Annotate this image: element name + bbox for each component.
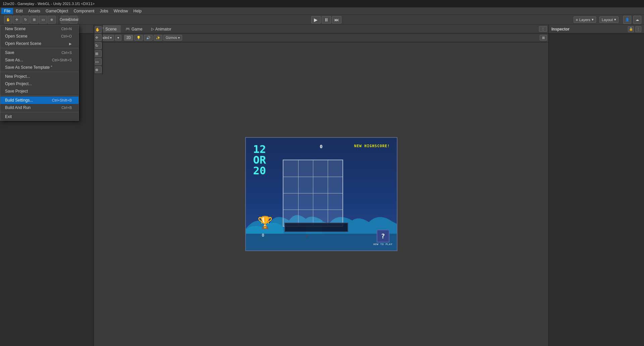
grid-v-2 (313, 160, 313, 226)
menu-build-run[interactable]: Build And Run Ctrl+B (0, 104, 78, 111)
grid-btn[interactable]: ⊞ (540, 35, 547, 41)
title-bar: 12or20 - Gameplay - WebGL - Unity 2021.3… (0, 0, 644, 7)
center-panel: 🎬 Scene 🎮 Game ▷ Animator ⋮ Shaded ▾ ▾ 2 (94, 25, 548, 346)
separator-4 (0, 112, 78, 112)
separator-2 (0, 72, 78, 72)
scene-options-btn[interactable]: ⋮ (539, 26, 547, 32)
inspector-lock-btn[interactable]: 🔒 (628, 26, 634, 32)
layers-label: Layers (579, 18, 590, 22)
grid-v-3 (328, 160, 328, 226)
game-preview: 12OR20 0 NEW HIGHSCORE! (245, 137, 397, 251)
score-display: 0 (320, 144, 322, 149)
menu-save-project[interactable]: Save Project (0, 88, 78, 95)
question-box: ? (377, 230, 389, 242)
game-grid (283, 160, 343, 227)
lighting-btn[interactable]: 💡 (134, 35, 143, 41)
account-btn[interactable]: 👤 (623, 16, 631, 24)
highscore-text: NEW HIGHSCORE! (354, 144, 390, 148)
game-title: 12OR20 (253, 144, 266, 176)
layers-chevron: ▾ (592, 17, 594, 22)
inspector-header: Inspector 🔒 ⋮ (549, 25, 644, 34)
input-bar (284, 223, 348, 232)
tab-scene-label: Scene (105, 27, 117, 32)
gizmos-btn[interactable]: Gizmos ▾ (163, 35, 182, 41)
grid-v-1 (298, 160, 299, 226)
menu-new-scene[interactable]: New Scene Ctrl+N (0, 25, 78, 33)
menu-open-project[interactable]: Open Project... (0, 80, 78, 88)
separator-3 (0, 96, 78, 96)
rect-gizmo[interactable]: ▭ (95, 58, 102, 65)
move-tool[interactable]: ✛ (13, 16, 21, 24)
how-to-play-text: HOW TO PLAY (373, 243, 392, 246)
inspector-panel: Inspector 🔒 ⋮ (548, 25, 644, 346)
menu-save-as[interactable]: Save As... Ctrl+Shift+S (0, 56, 78, 64)
menu-assets[interactable]: Assets (25, 8, 43, 14)
menu-window[interactable]: Window (111, 8, 131, 14)
main-area: ☰ New Scene Ctrl+N Open Scene Ctrl+O Ope… (0, 25, 644, 346)
pivot-tools: Center Global (59, 16, 79, 24)
menu-help[interactable]: Help (131, 8, 145, 14)
tab-animator-label: Animator (155, 27, 171, 32)
menu-component[interactable]: Component (71, 8, 97, 14)
menu-jobs[interactable]: Jobs (97, 8, 111, 14)
all-gizmo[interactable]: ⊕ (95, 66, 102, 73)
scale-tool[interactable]: ⊞ (30, 16, 38, 24)
menu-new-project[interactable]: New Project... (0, 73, 78, 80)
layout-label: Layout (602, 18, 613, 22)
move-gizmo[interactable]: ✛ (95, 34, 102, 41)
scale-gizmo[interactable]: ⊞ (95, 50, 102, 57)
toolbar: ✋ ✛ ↻ ⊞ ▭ ⊕ Center Global ▶ ⏸ ⏭ ≡ Layers… (0, 15, 644, 25)
animator-tab-icon: ▷ (151, 27, 154, 31)
layers-button[interactable]: ≡ Layers ▾ (574, 16, 596, 23)
gizmo-toolbar: ✋ ✛ ↻ ⊞ ▭ ⊕ (94, 25, 103, 74)
scene-canvas: 12OR20 0 NEW HIGHSCORE! (94, 42, 548, 346)
audio-btn[interactable]: 🔊 (144, 35, 153, 41)
menu-save-as-template[interactable]: Save As Scene Template " (0, 64, 78, 71)
rect-tool[interactable]: ▭ (39, 16, 47, 24)
inspector-menu-btn[interactable]: ⋮ (635, 26, 641, 32)
menu-open-recent[interactable]: Open Recent Scene ▶ (0, 40, 78, 47)
layout-chevron: ▾ (614, 17, 616, 22)
menu-exit[interactable]: Exit (0, 113, 78, 120)
menu-open-scene[interactable]: Open Scene Ctrl+O (0, 33, 78, 40)
rotate-gizmo[interactable]: ↻ (95, 42, 102, 49)
play-button[interactable]: ▶ (311, 16, 321, 23)
pause-button[interactable]: ⏸ (322, 16, 331, 23)
rotate-tool[interactable]: ↻ (21, 16, 30, 24)
bottom-score: 0 (262, 233, 264, 238)
menu-gameobject[interactable]: GameObject (43, 8, 71, 14)
grid-lines (283, 160, 342, 226)
tab-game-label: Game (131, 27, 143, 32)
layout-button[interactable]: Layout ▾ (599, 16, 619, 23)
transform-tool[interactable]: ⊕ (48, 16, 56, 24)
trophy-icon: 🏆 (258, 216, 273, 230)
menu-file[interactable]: File (1, 8, 13, 14)
fx-btn[interactable]: ✨ (154, 35, 162, 41)
menu-edit[interactable]: Edit (13, 8, 25, 14)
scene-toolbar: Shaded ▾ ▾ 2D 💡 🔊 ✨ Gizmos ▾ ⊞ (94, 34, 548, 42)
cloud-btn[interactable]: ☁ (633, 16, 641, 24)
inspector-title: Inspector (551, 27, 570, 32)
hierarchy-panel: ☰ New Scene Ctrl+N Open Scene Ctrl+O Ope… (0, 25, 94, 346)
scene-tools-btn[interactable]: ▾ (115, 35, 121, 41)
menu-save[interactable]: Save Ctrl+S (0, 49, 78, 56)
separator-1 (0, 48, 78, 48)
view-tabs: 🎬 Scene 🎮 Game ▷ Animator ⋮ (94, 25, 548, 34)
tab-animator[interactable]: ▷ Animator (147, 26, 175, 33)
game-tab-icon: 🎮 (125, 27, 130, 31)
transform-tools: ✋ ✛ ↻ ⊞ ▭ ⊕ (3, 16, 57, 24)
title-text: 12or20 - Gameplay - WebGL - Unity 2021.3… (3, 2, 95, 6)
menu-build-settings[interactable]: Build Settings... Ctrl+Shift+B (0, 97, 78, 104)
2d-btn[interactable]: 2D (124, 35, 133, 41)
pivot-btn[interactable]: Center (61, 16, 69, 24)
hand-tool[interactable]: ✋ (4, 16, 12, 24)
hand-gizmo[interactable]: ✋ (95, 26, 102, 33)
how-to-play: ? HOW TO PLAY (373, 230, 392, 246)
menu-bar: File Edit Assets GameObject Component Jo… (0, 7, 644, 15)
file-menu-dropdown: New Scene Ctrl+N Open Scene Ctrl+O Open … (0, 25, 79, 121)
step-button[interactable]: ⏭ (332, 16, 341, 23)
layers-icon: ≡ (576, 18, 578, 22)
global-btn[interactable]: Global (69, 16, 77, 24)
tab-game[interactable]: 🎮 Game (121, 26, 147, 33)
arrow-indicator: ▼ (304, 233, 310, 239)
